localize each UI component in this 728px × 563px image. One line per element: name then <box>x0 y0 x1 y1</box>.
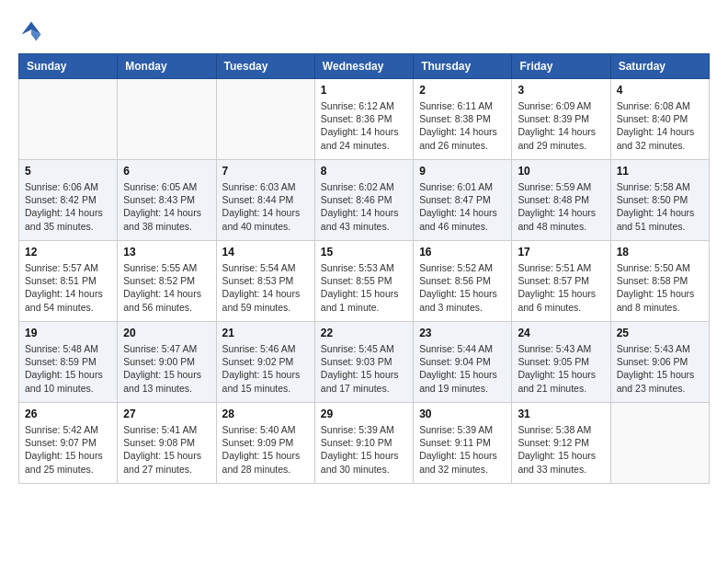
calendar-cell: 31Sunrise: 5:38 AM Sunset: 9:12 PM Dayli… <box>512 403 610 484</box>
calendar-week-4: 19Sunrise: 5:48 AM Sunset: 8:59 PM Dayli… <box>19 322 710 403</box>
calendar-cell: 30Sunrise: 5:39 AM Sunset: 9:11 PM Dayli… <box>414 403 512 484</box>
day-info: Sunrise: 5:55 AM Sunset: 8:52 PM Dayligh… <box>123 261 210 314</box>
calendar-cell: 18Sunrise: 5:50 AM Sunset: 8:58 PM Dayli… <box>610 241 709 322</box>
day-number: 28 <box>222 408 309 420</box>
day-number: 19 <box>25 327 111 339</box>
calendar-cell: 20Sunrise: 5:47 AM Sunset: 9:00 PM Dayli… <box>118 322 216 403</box>
calendar-cell: 10Sunrise: 5:59 AM Sunset: 8:48 PM Dayli… <box>512 160 610 241</box>
day-info: Sunrise: 6:11 AM Sunset: 8:38 PM Dayligh… <box>419 99 506 152</box>
day-number: 15 <box>321 246 407 259</box>
calendar-cell: 15Sunrise: 5:53 AM Sunset: 8:55 PM Dayli… <box>314 241 413 322</box>
day-number: 29 <box>321 408 407 420</box>
calendar-cell: 7Sunrise: 6:03 AM Sunset: 8:44 PM Daylig… <box>216 160 314 241</box>
calendar-cell: 22Sunrise: 5:45 AM Sunset: 9:03 PM Dayli… <box>314 322 413 403</box>
calendar-cell <box>19 79 118 160</box>
calendar-cell: 13Sunrise: 5:55 AM Sunset: 8:52 PM Dayli… <box>118 241 216 322</box>
calendar-cell: 4Sunrise: 6:08 AM Sunset: 8:40 PM Daylig… <box>610 79 709 160</box>
day-info: Sunrise: 5:54 AM Sunset: 8:53 PM Dayligh… <box>222 261 309 314</box>
day-info: Sunrise: 5:58 AM Sunset: 8:50 PM Dayligh… <box>617 180 703 233</box>
day-info: Sunrise: 6:01 AM Sunset: 8:47 PM Dayligh… <box>419 180 506 233</box>
day-info: Sunrise: 5:44 AM Sunset: 9:04 PM Dayligh… <box>419 342 506 395</box>
calendar-cell: 25Sunrise: 5:43 AM Sunset: 9:06 PM Dayli… <box>610 322 709 403</box>
day-number: 9 <box>419 165 506 178</box>
day-info: Sunrise: 5:48 AM Sunset: 8:59 PM Dayligh… <box>25 342 111 395</box>
day-info: Sunrise: 5:43 AM Sunset: 9:06 PM Dayligh… <box>617 342 703 395</box>
day-info: Sunrise: 6:03 AM Sunset: 8:44 PM Dayligh… <box>222 180 309 233</box>
calendar-cell <box>118 79 216 160</box>
day-number: 14 <box>222 246 309 259</box>
day-number: 26 <box>25 408 111 420</box>
day-number: 7 <box>222 165 309 178</box>
day-info: Sunrise: 5:52 AM Sunset: 8:56 PM Dayligh… <box>419 261 506 314</box>
day-info: Sunrise: 5:39 AM Sunset: 9:10 PM Dayligh… <box>321 423 407 476</box>
calendar-cell: 14Sunrise: 5:54 AM Sunset: 8:53 PM Dayli… <box>216 241 314 322</box>
day-number: 21 <box>222 327 309 339</box>
day-info: Sunrise: 5:40 AM Sunset: 9:09 PM Dayligh… <box>222 423 309 476</box>
day-info: Sunrise: 5:42 AM Sunset: 9:07 PM Dayligh… <box>25 423 111 476</box>
day-number: 27 <box>123 408 210 420</box>
day-info: Sunrise: 5:45 AM Sunset: 9:03 PM Dayligh… <box>321 342 407 395</box>
page-header <box>18 18 710 44</box>
calendar-header-monday: Monday <box>118 54 216 79</box>
day-info: Sunrise: 5:59 AM Sunset: 8:48 PM Dayligh… <box>518 180 604 233</box>
calendar-cell: 1Sunrise: 6:12 AM Sunset: 8:36 PM Daylig… <box>314 79 413 160</box>
day-number: 31 <box>518 408 604 420</box>
calendar-header-thursday: Thursday <box>414 54 512 79</box>
calendar-cell: 5Sunrise: 6:06 AM Sunset: 8:42 PM Daylig… <box>19 160 118 241</box>
calendar-cell: 21Sunrise: 5:46 AM Sunset: 9:02 PM Dayli… <box>216 322 314 403</box>
day-info: Sunrise: 5:46 AM Sunset: 9:02 PM Dayligh… <box>222 342 309 395</box>
calendar-header-friday: Friday <box>512 54 610 79</box>
day-number: 6 <box>123 165 210 178</box>
day-info: Sunrise: 6:09 AM Sunset: 8:39 PM Dayligh… <box>518 99 604 152</box>
calendar-cell: 19Sunrise: 5:48 AM Sunset: 8:59 PM Dayli… <box>19 322 118 403</box>
day-number: 20 <box>123 327 210 339</box>
day-number: 10 <box>518 165 604 178</box>
day-info: Sunrise: 5:57 AM Sunset: 8:51 PM Dayligh… <box>25 261 111 314</box>
day-number: 16 <box>419 246 506 259</box>
calendar-week-3: 12Sunrise: 5:57 AM Sunset: 8:51 PM Dayli… <box>19 241 710 322</box>
logo-icon <box>18 18 44 44</box>
calendar-cell: 8Sunrise: 6:02 AM Sunset: 8:46 PM Daylig… <box>314 160 413 241</box>
day-number: 4 <box>617 84 703 97</box>
logo <box>18 18 48 44</box>
calendar-header-wednesday: Wednesday <box>314 54 413 79</box>
day-number: 1 <box>321 84 407 97</box>
calendar-cell: 3Sunrise: 6:09 AM Sunset: 8:39 PM Daylig… <box>512 79 610 160</box>
day-info: Sunrise: 6:08 AM Sunset: 8:40 PM Dayligh… <box>617 99 703 152</box>
day-number: 25 <box>617 327 703 339</box>
day-number: 3 <box>518 84 604 97</box>
calendar-cell: 24Sunrise: 5:43 AM Sunset: 9:05 PM Dayli… <box>512 322 610 403</box>
day-number: 24 <box>518 327 604 339</box>
calendar-cell: 12Sunrise: 5:57 AM Sunset: 8:51 PM Dayli… <box>19 241 118 322</box>
day-number: 23 <box>419 327 506 339</box>
day-number: 2 <box>419 84 506 97</box>
calendar-header-saturday: Saturday <box>610 54 709 79</box>
calendar-cell: 26Sunrise: 5:42 AM Sunset: 9:07 PM Dayli… <box>19 403 118 484</box>
calendar-cell: 9Sunrise: 6:01 AM Sunset: 8:47 PM Daylig… <box>414 160 512 241</box>
day-info: Sunrise: 5:39 AM Sunset: 9:11 PM Dayligh… <box>419 423 506 476</box>
calendar-header-row: SundayMondayTuesdayWednesdayThursdayFrid… <box>19 54 710 79</box>
day-info: Sunrise: 6:06 AM Sunset: 8:42 PM Dayligh… <box>25 180 111 233</box>
day-number: 12 <box>25 246 111 259</box>
calendar-cell: 17Sunrise: 5:51 AM Sunset: 8:57 PM Dayli… <box>512 241 610 322</box>
calendar-cell: 28Sunrise: 5:40 AM Sunset: 9:09 PM Dayli… <box>216 403 314 484</box>
day-number: 5 <box>25 165 111 178</box>
day-info: Sunrise: 6:12 AM Sunset: 8:36 PM Dayligh… <box>321 99 407 152</box>
calendar-cell: 2Sunrise: 6:11 AM Sunset: 8:38 PM Daylig… <box>414 79 512 160</box>
day-info: Sunrise: 6:05 AM Sunset: 8:43 PM Dayligh… <box>123 180 210 233</box>
day-number: 22 <box>321 327 407 339</box>
day-number: 13 <box>123 246 210 259</box>
calendar-week-5: 26Sunrise: 5:42 AM Sunset: 9:07 PM Dayli… <box>19 403 710 484</box>
calendar-cell: 29Sunrise: 5:39 AM Sunset: 9:10 PM Dayli… <box>314 403 413 484</box>
day-number: 11 <box>617 165 703 178</box>
calendar-cell <box>216 79 314 160</box>
calendar-week-2: 5Sunrise: 6:06 AM Sunset: 8:42 PM Daylig… <box>19 160 710 241</box>
calendar-week-1: 1Sunrise: 6:12 AM Sunset: 8:36 PM Daylig… <box>19 79 710 160</box>
calendar-table: SundayMondayTuesdayWednesdayThursdayFrid… <box>18 53 710 484</box>
day-info: Sunrise: 5:43 AM Sunset: 9:05 PM Dayligh… <box>518 342 604 395</box>
day-info: Sunrise: 5:50 AM Sunset: 8:58 PM Dayligh… <box>617 261 703 314</box>
day-info: Sunrise: 5:53 AM Sunset: 8:55 PM Dayligh… <box>321 261 407 314</box>
calendar-cell: 16Sunrise: 5:52 AM Sunset: 8:56 PM Dayli… <box>414 241 512 322</box>
calendar-cell: 23Sunrise: 5:44 AM Sunset: 9:04 PM Dayli… <box>414 322 512 403</box>
day-info: Sunrise: 6:02 AM Sunset: 8:46 PM Dayligh… <box>321 180 407 233</box>
